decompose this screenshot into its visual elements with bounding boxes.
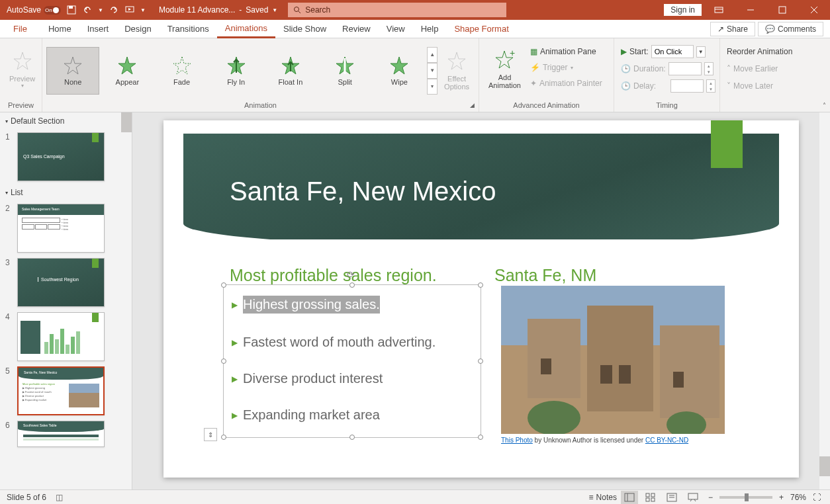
trigger-button[interactable]: ⚡Trigger▾ <box>528 60 605 75</box>
slide-counter[interactable]: Slide 5 of 6 <box>7 493 46 502</box>
resize-handle[interactable] <box>478 435 483 440</box>
delay-spinner[interactable]: ▲▼ <box>706 79 715 93</box>
tab-slideshow[interactable]: Slide Show <box>275 20 334 38</box>
start-dropdown[interactable] <box>651 45 694 58</box>
tab-transitions[interactable]: Transitions <box>160 20 217 38</box>
anim-split[interactable]: Split <box>318 47 371 95</box>
thumb-4[interactable]: 4 <box>0 310 132 364</box>
bullet-textbox[interactable]: ⟳ Highest grossing sales. Fastest word o… <box>223 284 481 438</box>
duration-input[interactable] <box>669 62 702 75</box>
autofit-options-icon[interactable]: ⇕ <box>204 428 217 441</box>
comments-button[interactable]: 💬Comments <box>758 22 823 36</box>
thumb-5[interactable]: 5 Santa Fe, New MexicoMost profitable sa… <box>0 364 132 418</box>
thumb-6[interactable]: 6 Southwest Sales Table <box>0 418 132 450</box>
move-later-button[interactable]: ˅Move Later <box>724 78 795 94</box>
redo-icon[interactable] <box>109 5 119 15</box>
share-icon: ↗ <box>717 24 724 34</box>
resize-handle[interactable] <box>349 282 355 288</box>
resize-handle[interactable] <box>478 282 483 288</box>
resize-handle[interactable] <box>221 358 226 364</box>
search-input[interactable]: Search <box>288 3 506 17</box>
qat-more-icon[interactable]: ▼ <box>140 7 146 13</box>
fit-to-window-icon[interactable]: ⛶ <box>810 493 823 502</box>
thumbnail-scrollbar[interactable] <box>121 112 132 489</box>
anim-flyin[interactable]: Fly In <box>210 47 263 95</box>
slide-title[interactable]: Santa Fe, New Mexico <box>230 177 496 206</box>
bullet-4[interactable]: Expanding market area <box>232 407 473 423</box>
thumb-1[interactable]: 1 Q3 Sales Campaign <box>0 130 132 184</box>
resize-handle[interactable] <box>221 435 226 440</box>
notes-button[interactable]: ≡Notes <box>589 493 617 502</box>
thumb-2[interactable]: 2 Sales Management Team• item• item• ite… <box>0 201 132 255</box>
license-link[interactable]: CC BY-NC-ND <box>645 437 688 444</box>
photo-link[interactable]: This Photo <box>501 437 533 444</box>
start-dropdown-icon[interactable]: ▼ <box>696 46 706 58</box>
tab-shape-format[interactable]: Shape Format <box>446 20 516 38</box>
anim-gallery-scroll[interactable]: ▲▼▾ <box>427 47 438 95</box>
duration-spinner[interactable]: ▲▼ <box>704 62 714 75</box>
zoom-slider[interactable] <box>719 496 772 499</box>
zoom-in-button[interactable]: + <box>776 493 786 502</box>
anim-wipe[interactable]: Wipe <box>373 47 426 95</box>
normal-view-icon[interactable] <box>621 491 638 504</box>
undo-icon[interactable] <box>82 5 93 15</box>
tab-insert[interactable]: Insert <box>79 20 117 38</box>
slide-thumbnail-panel[interactable]: Default Section 1 Q3 Sales Campaign List… <box>0 112 132 489</box>
preview-button[interactable]: Preview ▾ <box>4 41 40 98</box>
reading-view-icon[interactable] <box>663 491 680 504</box>
zoom-out-button[interactable]: − <box>706 493 715 502</box>
ribbon: Preview ▾ Preview None Appear Fade Fly I… <box>0 38 830 112</box>
save-icon[interactable] <box>66 5 77 15</box>
autosave-toggle[interactable]: AutoSave On <box>7 5 61 15</box>
ribbon-display-icon[interactable] <box>704 0 733 20</box>
svg-text:+: + <box>510 50 515 58</box>
slide-canvas-area[interactable]: Santa Fe, New Mexico Most profitable sal… <box>132 112 830 489</box>
tab-animations[interactable]: Animations <box>217 20 275 38</box>
slideshow-view-icon[interactable] <box>684 491 702 504</box>
collapse-ribbon-icon[interactable]: ˄ <box>823 102 826 109</box>
resize-handle[interactable] <box>221 282 226 288</box>
rotate-handle-icon[interactable]: ⟳ <box>347 269 355 280</box>
anim-floatin[interactable]: Float In <box>264 47 317 95</box>
signin-button[interactable]: Sign in <box>664 4 702 16</box>
slide-canvas[interactable]: Santa Fe, New Mexico Most profitable sal… <box>163 120 799 478</box>
canvas-scrollbar-v[interactable] <box>819 112 830 489</box>
tab-home[interactable]: Home <box>40 20 79 38</box>
move-earlier-button[interactable]: ˄Move Earlier <box>724 61 795 77</box>
maximize-icon[interactable] <box>768 0 797 20</box>
thumb-3[interactable]: 3 Southwest Region <box>0 255 132 310</box>
slide-image[interactable] <box>501 286 725 434</box>
tab-help[interactable]: Help <box>413 20 447 38</box>
section-default[interactable]: Default Section <box>0 112 132 130</box>
bullet-3[interactable]: Diverse product interest <box>232 371 473 386</box>
left-subtitle[interactable]: Most profitable sales region. <box>230 266 437 285</box>
delay-input[interactable] <box>670 79 704 93</box>
slideshow-start-icon[interactable] <box>124 5 135 15</box>
close-icon[interactable] <box>800 0 829 20</box>
sorter-view-icon[interactable] <box>642 491 659 504</box>
add-animation-button[interactable]: + Add Animation <box>483 41 526 98</box>
bullet-1[interactable]: Highest grossing sales. <box>232 296 473 314</box>
anim-fade[interactable]: Fade <box>155 47 208 95</box>
right-subtitle[interactable]: Santa Fe, NM <box>494 266 596 285</box>
effect-options-button[interactable]: Effect Options <box>439 42 475 99</box>
accessibility-icon[interactable]: ◫ <box>56 493 63 502</box>
delay-row: 🕒 Delay: ▲▼ <box>618 78 718 94</box>
share-button[interactable]: ↗Share <box>710 22 755 36</box>
tab-design[interactable]: Design <box>116 20 159 38</box>
animation-dialog-launcher[interactable]: ◢ <box>467 101 477 110</box>
anim-appear[interactable]: Appear <box>101 47 154 95</box>
anim-none[interactable]: None <box>46 47 99 95</box>
resize-handle[interactable] <box>349 435 355 440</box>
tab-file[interactable]: File <box>0 20 40 38</box>
animation-painter-button[interactable]: ✦Animation Painter <box>528 75 605 91</box>
animation-pane-button[interactable]: ▦Animation Pane <box>528 44 605 60</box>
bullet-2[interactable]: Fastest word of mouth adverting. <box>232 335 473 350</box>
undo-dropdown-icon[interactable]: ▼ <box>98 7 103 13</box>
tab-view[interactable]: View <box>379 20 413 38</box>
zoom-level[interactable]: 76% <box>790 493 806 502</box>
tab-review[interactable]: Review <box>334 20 379 38</box>
resize-handle[interactable] <box>478 358 483 364</box>
section-list[interactable]: List <box>0 184 132 201</box>
minimize-icon[interactable] <box>736 0 765 20</box>
